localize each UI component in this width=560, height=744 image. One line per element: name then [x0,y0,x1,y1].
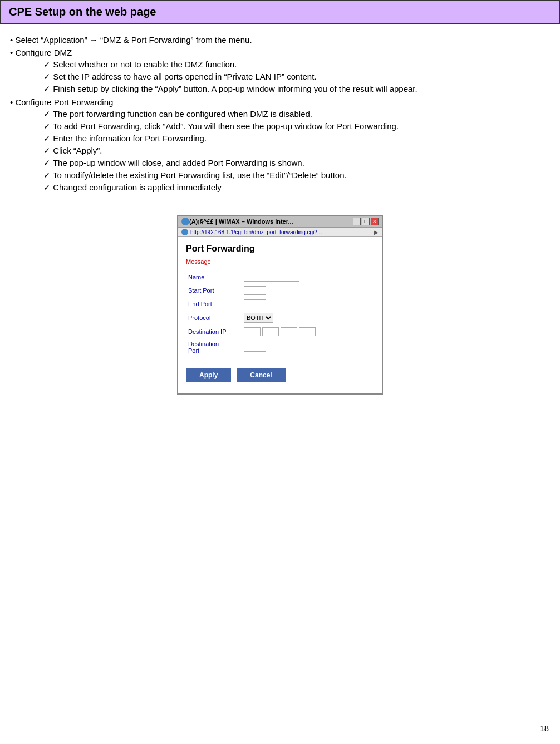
dmz-steps: Select whether or not to enable the DMZ … [10,60,550,94]
port-forwarding-steps: The port forwarding function can be conf… [10,109,550,193]
destination-port-input[interactable] [244,343,266,352]
bullet-item-3: Configure Port Forwarding The port forwa… [10,97,550,193]
destination-port-row: DestinationPort [186,338,374,356]
ip-octet-3[interactable] [281,327,297,336]
pf-step-3: Enter the information for Port Forwardin… [43,134,550,144]
page-number: 18 [539,723,549,733]
dmz-step-2: Set the IP address to have all ports ope… [43,72,550,82]
dmz-step-3: Finish setup by clicking the “Apply” but… [43,84,550,94]
pf-step-4: Click “Apply”. [43,146,550,156]
pf-step-5: The pop-up window will close, and added … [43,158,550,168]
go-icon[interactable]: ▶ [374,229,379,235]
protocol-label: Protocol [186,311,242,325]
browser-controls[interactable]: _ □ ✕ [353,218,379,225]
browser-titlebar: (A)¡§^££ | WiMAX – Windows Inter... _ □ … [178,216,382,228]
port-forwarding-form: Name Start Port End Port [186,270,374,356]
end-port-row: End Port [186,297,374,311]
cancel-button[interactable]: Cancel [237,368,285,382]
minimize-button[interactable]: _ [353,218,361,225]
form-title: Port Forwarding [186,244,374,254]
name-label: Name [186,270,242,284]
browser-favicon-icon [181,218,189,225]
dmz-step-1: Select whether or not to enable the DMZ … [43,60,550,70]
form-buttons: Apply Cancel [186,363,374,387]
pf-step-7: Changed configuration is applied immedia… [43,183,550,193]
ip-octet-2[interactable] [262,327,279,336]
pf-step-2: To add Port Forwarding, click “Add”. You… [43,121,550,131]
browser-body: Port Forwarding Message Name Start Port [178,237,382,393]
ip-octet-4[interactable] [299,327,316,336]
destination-port-label: DestinationPort [186,338,242,356]
page-icon [181,229,188,235]
end-port-label: End Port [186,297,242,311]
start-port-label: Start Port [186,284,242,297]
browser-addressbar: http://192.168.1.1/cgi-bin/dmz_port_forw… [178,228,382,237]
address-bar[interactable]: http://192.168.1.1/cgi-bin/dmz_port_forw… [190,229,372,235]
main-content: Select “Application” → “DMZ & Port Forwa… [10,35,550,193]
screenshot-container: (A)¡§^££ | WiMAX – Windows Inter... _ □ … [10,215,550,395]
close-button[interactable]: ✕ [371,218,379,225]
end-port-input[interactable] [244,299,266,308]
start-port-row: Start Port [186,284,374,297]
name-input[interactable] [244,273,299,282]
message-label: Message [186,258,374,265]
browser-window: (A)¡§^££ | WiMAX – Windows Inter... _ □ … [177,215,383,395]
restore-button[interactable]: □ [362,218,370,225]
start-port-input[interactable] [244,286,266,295]
name-row: Name [186,270,374,284]
protocol-row: Protocol BOTH TCP UDP [186,311,374,325]
browser-title: (A)¡§^££ | WiMAX – Windows Inter... [189,218,353,225]
ip-octet-1[interactable] [244,327,261,336]
destination-ip-row: Destination IP [186,325,374,338]
bullet-item-2: Configure DMZ Select whether or not to e… [10,48,550,94]
destination-ip-label: Destination IP [186,325,242,338]
protocol-select[interactable]: BOTH TCP UDP [244,313,273,323]
page-header: CPE Setup on the web page [0,0,560,24]
bullet-item-1: Select “Application” → “DMZ & Port Forwa… [10,35,550,45]
pf-step-6: To modify/delete the existing Port Forwa… [43,170,550,180]
ip-group [244,327,372,336]
pf-step-1: The port forwarding function can be conf… [43,109,550,119]
apply-button[interactable]: Apply [186,368,231,382]
